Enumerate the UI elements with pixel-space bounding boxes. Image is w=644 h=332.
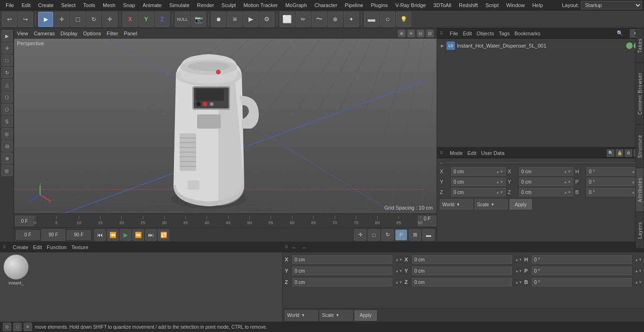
undo-button[interactable]: ↩ — [2, 12, 17, 27]
prev-frame-button[interactable]: ⏪ — [107, 229, 118, 241]
menu-window[interactable]: Window — [503, 1, 528, 9]
scalebox-button[interactable]: □ — [70, 12, 85, 27]
menu-3dtoall[interactable]: 3DToAll — [429, 1, 455, 9]
frame-end-field2[interactable]: 90 F — [67, 230, 91, 240]
layout-dropdown[interactable]: Startup — [581, 1, 642, 9]
lt-s-tool[interactable]: S — [1, 116, 13, 127]
om-menu-bookmarks[interactable]: Bookmarks — [514, 31, 540, 36]
xref-button[interactable]: ⊕ — [328, 12, 343, 27]
lt-sculpt[interactable]: ◎ — [1, 165, 13, 176]
am-menu-edit[interactable]: Edit — [468, 150, 477, 156]
coord-p-field[interactable]: 0 ° — [532, 267, 632, 275]
vp-icon-4[interactable]: ⊟ — [426, 30, 434, 37]
floor-button[interactable]: ▬ — [364, 12, 379, 27]
lt-scale[interactable]: □ — [1, 55, 13, 66]
vp-menu-panel[interactable]: Panel — [124, 31, 137, 36]
light-button[interactable]: 💡 — [396, 12, 411, 27]
menu-pipeline[interactable]: Pipeline — [341, 1, 367, 9]
mat-menu-create[interactable]: Create — [13, 244, 28, 250]
am-h-field[interactable]: 0 ° ▲▼ — [586, 167, 641, 176]
cube-button[interactable]: ⬜ — [280, 12, 295, 27]
mat-menu-edit[interactable]: Edit — [33, 244, 42, 250]
tab-takes[interactable]: Takes — [636, 28, 644, 63]
menu-vraybridge[interactable]: V-Ray Bridge — [392, 1, 430, 9]
lt-rotate[interactable]: ↻ — [1, 67, 13, 78]
object-row-dispenser[interactable]: ▶ L0 Instant_Hot_Water_Dispenser_5L_001 — [439, 40, 642, 51]
lt-extrude[interactable]: △ — [1, 79, 13, 90]
tab-structure[interactable]: Structure — [636, 125, 644, 168]
vp-icon-3[interactable]: ◎ — [417, 30, 424, 37]
coord-x-field2[interactable]: 0 cm — [412, 255, 512, 264]
menu-mograph[interactable]: MoGraph — [281, 1, 311, 9]
am-search-button[interactable]: 🔍 — [607, 149, 614, 157]
menu-select[interactable]: Select — [58, 1, 80, 9]
om-menu-edit[interactable]: Edit — [463, 31, 472, 36]
am-p-field[interactable]: 0 ° ▲▼ — [586, 178, 641, 186]
rotate-x-button[interactable]: X — [123, 12, 138, 27]
menu-plugins[interactable]: Plugins — [367, 1, 391, 9]
apply-button[interactable]: Apply — [510, 199, 532, 210]
menu-snap[interactable]: Snap — [119, 1, 139, 9]
vp-icon-1[interactable]: ⊕ — [398, 30, 405, 37]
am-menu-mode[interactable]: Mode — [450, 150, 463, 156]
menu-animate[interactable]: Animate — [139, 1, 165, 9]
lt-select[interactable]: ▶ — [1, 30, 13, 41]
menu-tools[interactable]: Tools — [79, 1, 99, 9]
select-model-button[interactable]: ▶ — [38, 12, 53, 27]
vp-menu-cameras[interactable]: Cameras — [34, 31, 55, 36]
frame-start[interactable]: 0 F — [16, 230, 40, 240]
frame-all-button[interactable]: ⊞ — [227, 12, 242, 27]
pen-button[interactable]: ✏ — [296, 12, 311, 27]
redo-button[interactable]: ↪ — [18, 12, 33, 27]
am-x-field[interactable]: 0 cm ▲▼ — [451, 167, 506, 176]
apply-footer-button[interactable]: Apply — [355, 310, 377, 321]
om-menu-objects[interactable]: Objects — [477, 31, 494, 36]
menu-render[interactable]: Render — [193, 1, 218, 9]
render-settings-button[interactable]: ⚙ — [259, 12, 274, 27]
world-dropdown-footer[interactable]: World ▼ — [285, 310, 318, 321]
null-obj-button[interactable]: NULL — [175, 12, 190, 27]
sky-button[interactable]: ○ — [380, 12, 395, 27]
mat-menu-texture[interactable]: Texture — [71, 244, 88, 250]
menu-file[interactable]: File — [2, 1, 18, 9]
coord-b-field[interactable]: 0 ° — [532, 278, 632, 286]
coord-z-field2[interactable]: 0 cm — [412, 278, 512, 286]
lt-bevel[interactable]: ⬡ — [1, 91, 13, 103]
tab-content-browser[interactable]: Content Browser — [636, 63, 644, 124]
lt-magnet[interactable]: ⊕ — [1, 153, 13, 164]
am-y-field[interactable]: 0 cm ▲▼ — [451, 178, 506, 186]
pb-rotate-button[interactable]: ↻ — [381, 229, 394, 241]
am-lock-button[interactable]: 🔒 — [616, 149, 623, 157]
am-x2-field[interactable]: 0 cm ▲▼ — [519, 167, 574, 176]
world-dropdown[interactable]: World ▼ — [440, 199, 473, 210]
status-icon-square[interactable]: □ — [13, 323, 22, 331]
camera-button[interactable]: 📷 — [191, 12, 206, 27]
lt-poly[interactable]: ⊟ — [1, 140, 13, 152]
coord-h-field[interactable]: 0 ° — [532, 255, 632, 264]
obj-vis-green-1[interactable] — [626, 42, 633, 49]
menu-script[interactable]: Script — [482, 1, 503, 9]
status-icon-circle[interactable]: ⊙ — [3, 323, 11, 331]
vp-icon-2[interactable]: ✛ — [407, 30, 415, 37]
tab-layers[interactable]: Layers — [636, 212, 644, 242]
render-view-button[interactable]: ▶ — [243, 12, 258, 27]
rotate-y-button[interactable]: Y — [139, 12, 154, 27]
vp-menu-options[interactable]: Options — [83, 31, 101, 36]
lt-move[interactable]: ✛ — [1, 42, 13, 54]
coord-y-field2[interactable]: 0 cm — [412, 267, 512, 275]
vp-menu-view[interactable]: View — [17, 31, 28, 36]
anim-record-button[interactable]: ⏺ — [211, 12, 226, 27]
next-frame-button[interactable]: ⏩ — [132, 229, 144, 241]
scale-dropdown[interactable]: Scale ▼ — [475, 199, 508, 210]
menu-mesh[interactable]: Mesh — [99, 1, 119, 9]
pb-move-button[interactable]: ✛ — [354, 229, 366, 241]
status-icon-x[interactable]: ✕ — [24, 323, 32, 331]
menu-simulate[interactable]: Simulate — [165, 1, 193, 9]
skip-start-button[interactable]: ⏮ — [94, 229, 106, 241]
scale-dropdown-footer[interactable]: Scale ▼ — [320, 310, 353, 321]
mat-item-instant[interactable]: Instant_ — [2, 254, 30, 287]
am-b-field[interactable]: 0 ° ▲▼ — [586, 188, 641, 196]
move-button[interactable]: ✛ — [54, 12, 69, 27]
vp-menu-filter[interactable]: Filter — [107, 31, 118, 36]
play-button[interactable]: ▶ — [120, 229, 131, 241]
